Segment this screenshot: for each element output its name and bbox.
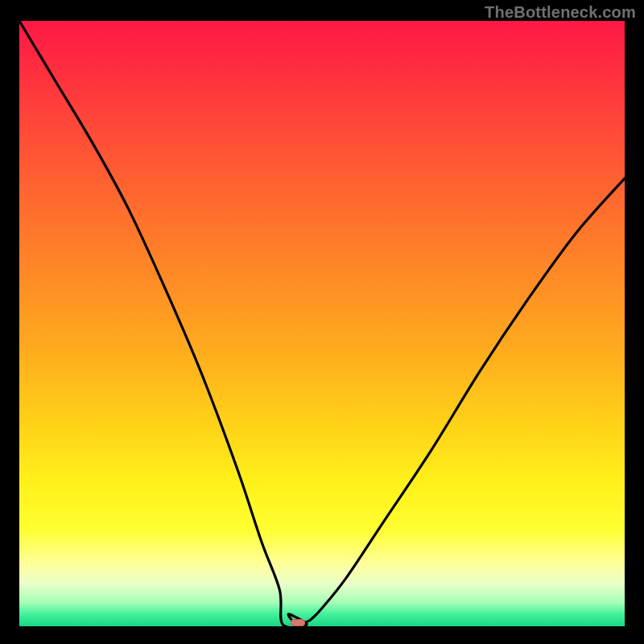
watermark-text: TheBottleneck.com (485, 3, 636, 22)
chart-container: TheBottleneck.com (0, 0, 644, 644)
curve-path (19, 21, 625, 626)
optimal-point-marker (291, 619, 304, 626)
plot-area (19, 21, 625, 626)
bottleneck-curve (19, 21, 625, 626)
